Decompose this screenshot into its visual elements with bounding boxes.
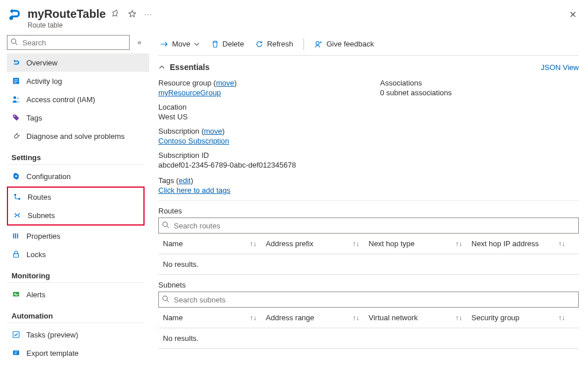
- sidebar-item-label: Diagnose and solve problems: [26, 132, 124, 141]
- sidebar-item-tasks[interactable]: Tasks (preview): [7, 325, 149, 344]
- sidebar-item-configuration[interactable]: Configuration: [7, 167, 149, 185]
- refresh-button[interactable]: Refresh: [254, 37, 294, 51]
- sidebar-item-label: Activity log: [26, 77, 62, 86]
- main-content: Move Delete Refresh Give feedback: [149, 33, 588, 365]
- sidebar-item-label: Routes: [28, 193, 51, 201]
- svg-rect-13: [13, 234, 14, 239]
- close-button[interactable]: ✕: [564, 7, 581, 22]
- essentials-associations: Associations 0 subnet associations: [380, 79, 579, 97]
- sidebar-item-access-control[interactable]: Access control (IAM): [7, 90, 149, 108]
- sidebar-item-overview[interactable]: Overview: [7, 53, 149, 72]
- group-label-monitoring: Monitoring: [7, 263, 149, 281]
- column-header[interactable]: Security group↑↓: [472, 313, 574, 322]
- routes-table-header: Name↑↓ Address prefix↑↓ Next hop type↑↓ …: [158, 234, 579, 254]
- separator: [303, 38, 304, 50]
- svg-rect-15: [17, 234, 18, 239]
- svg-rect-4: [14, 79, 18, 80]
- search-icon: [162, 295, 170, 303]
- chevron-up-icon[interactable]: [158, 64, 165, 71]
- sidebar-item-alerts[interactable]: Alerts: [7, 285, 149, 304]
- sidebar-item-tags[interactable]: Tags: [7, 108, 149, 127]
- highlight-box: Routes Subnets: [7, 187, 145, 226]
- routes-no-results: No results.: [158, 254, 579, 275]
- json-view-link[interactable]: JSON View: [541, 63, 579, 72]
- svg-point-11: [14, 194, 17, 196]
- move-icon: [159, 40, 169, 48]
- column-header[interactable]: Name↑↓: [163, 313, 266, 322]
- sidebar-item-subnets[interactable]: Subnets: [8, 206, 143, 224]
- sidebar-item-export-template[interactable]: Export template: [7, 344, 149, 362]
- button-label: Move: [172, 40, 190, 48]
- add-tags-link[interactable]: Click here to add tags: [158, 186, 231, 195]
- sort-icon: ↑↓: [558, 240, 565, 248]
- column-label: Address prefix: [266, 239, 313, 248]
- refresh-icon: [255, 40, 263, 48]
- column-header[interactable]: Virtual network↑↓: [369, 313, 472, 322]
- search-icon: [162, 221, 170, 229]
- subnets-search-input[interactable]: [158, 292, 579, 308]
- edit-tags-link[interactable]: edit: [178, 176, 190, 185]
- column-header[interactable]: Next hop type↑↓: [369, 239, 472, 248]
- essentials-subscription-id: Subscription ID abcdef01-2345-6789-0abc-…: [158, 151, 357, 169]
- sort-icon: ↑↓: [250, 240, 256, 248]
- button-label: Give feedback: [326, 40, 374, 48]
- sidebar-search-input[interactable]: [7, 35, 130, 50]
- column-header[interactable]: Address range↑↓: [266, 313, 368, 322]
- svg-rect-6: [14, 83, 17, 83]
- sidebar-item-diagnose[interactable]: Diagnose and solve problems: [7, 127, 149, 145]
- sidebar-item-locks[interactable]: Locks: [7, 245, 149, 263]
- button-label: Refresh: [267, 40, 293, 48]
- page-header: myRouteTable Route table ··· ✕: [0, 0, 588, 33]
- alerts-icon: [11, 290, 21, 299]
- sidebar-item-label: Tags: [26, 114, 42, 122]
- resource-group-link[interactable]: myResourceGroup: [158, 88, 221, 97]
- configuration-icon: [11, 172, 21, 181]
- svg-point-9: [14, 115, 15, 117]
- divider: [7, 164, 145, 165]
- chevron-down-icon: [194, 41, 200, 47]
- essentials-location: Location West US: [158, 103, 357, 121]
- column-header[interactable]: Next hop IP address↑↓: [472, 239, 574, 248]
- sidebar-item-routes[interactable]: Routes: [8, 188, 143, 206]
- column-header[interactable]: Name↑↓: [163, 239, 266, 248]
- subnets-label: Subnets: [158, 281, 579, 289]
- sidebar-item-label: Configuration: [26, 172, 71, 181]
- sidebar-item-properties[interactable]: Properties: [7, 227, 149, 245]
- group-label-settings: Settings: [7, 145, 149, 163]
- page-title: myRouteTable: [28, 7, 106, 21]
- sort-icon: ↑↓: [455, 240, 462, 248]
- activity-log-icon: [11, 76, 21, 86]
- page-subtitle: Route table: [28, 21, 106, 29]
- move-link[interactable]: move: [204, 127, 223, 135]
- routes-search-input[interactable]: [158, 218, 579, 234]
- svg-point-12: [18, 198, 21, 200]
- column-label: Name: [163, 239, 183, 248]
- move-button[interactable]: Move: [158, 37, 201, 51]
- column-label: Security group: [472, 313, 520, 322]
- delete-icon: [211, 40, 219, 48]
- column-label: Next hop type: [369, 239, 415, 248]
- overview-icon: [11, 58, 21, 67]
- column-header[interactable]: Address prefix↑↓: [266, 239, 368, 248]
- tasks-icon: [11, 330, 21, 339]
- favorite-icon[interactable]: [127, 9, 137, 18]
- essentials-grid: Resource group (move) myResourceGroup Lo…: [158, 76, 579, 174]
- svg-point-23: [163, 296, 168, 301]
- column-label: Name: [163, 313, 183, 322]
- collapse-sidebar-button[interactable]: «: [134, 38, 145, 46]
- sort-icon: ↑↓: [353, 314, 360, 322]
- svg-line-24: [167, 300, 169, 302]
- column-label: Virtual network: [369, 313, 418, 322]
- route-table-icon: [7, 7, 23, 23]
- subscription-link[interactable]: Contoso Subscription: [158, 137, 229, 145]
- more-icon[interactable]: ···: [143, 9, 153, 18]
- svg-point-8: [17, 97, 19, 99]
- sidebar-item-activity-log[interactable]: Activity log: [7, 72, 149, 90]
- delete-button[interactable]: Delete: [210, 37, 246, 51]
- move-link[interactable]: move: [216, 79, 234, 87]
- feedback-button[interactable]: Give feedback: [313, 37, 375, 51]
- sidebar-item-label: Alerts: [26, 290, 45, 299]
- tags-icon: [11, 113, 21, 122]
- pin-icon[interactable]: [111, 9, 120, 18]
- sort-icon: ↑↓: [455, 314, 462, 322]
